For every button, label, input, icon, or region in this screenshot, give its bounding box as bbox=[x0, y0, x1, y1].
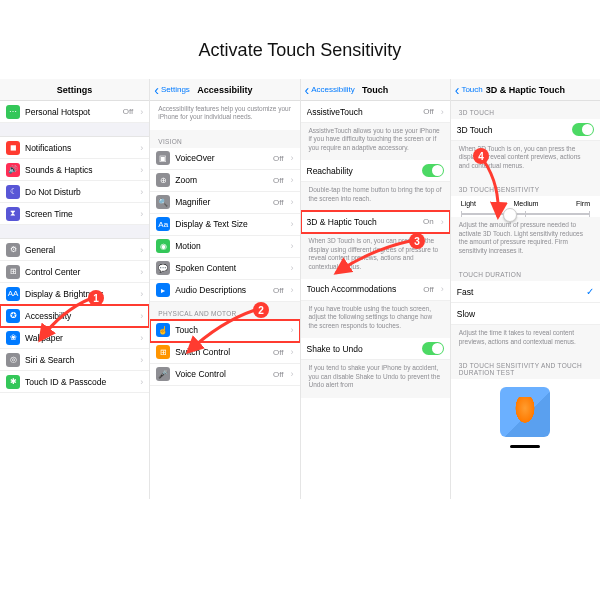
header-touch: Accessibility Touch bbox=[301, 79, 450, 101]
chevron-icon: › bbox=[140, 107, 143, 117]
row-description: AssistiveTouch allows you to use your iP… bbox=[301, 123, 450, 160]
settings-row[interactable]: ⊞ Switch Control Off › bbox=[150, 342, 299, 364]
row-value: Off bbox=[273, 198, 284, 207]
header-title: Settings bbox=[57, 85, 93, 95]
row-icon: ⊕ bbox=[156, 173, 170, 187]
row-label: Notifications bbox=[25, 143, 135, 153]
toggle[interactable] bbox=[422, 164, 444, 177]
chevron-icon: › bbox=[140, 245, 143, 255]
row-icon: 🎤 bbox=[156, 367, 170, 381]
callout-2: 2 bbox=[253, 302, 269, 318]
row-label: Shake to Undo bbox=[307, 344, 417, 354]
touch-row[interactable]: Shake to Undo bbox=[301, 338, 450, 360]
touch-row[interactable]: 3D & Haptic TouchOn› bbox=[301, 211, 450, 233]
row-label: Touch bbox=[175, 325, 285, 335]
row-icon: ◼ bbox=[6, 141, 20, 155]
panels-container: Settings ⋯ Personal Hotspot Off › ◼ Noti… bbox=[0, 79, 600, 499]
settings-row[interactable]: ◉ Motion › bbox=[150, 236, 299, 258]
back-button[interactable]: Settings bbox=[154, 85, 190, 94]
section-vision: VISION bbox=[150, 130, 299, 148]
row-icon: 🔍 bbox=[156, 195, 170, 209]
chevron-icon: › bbox=[140, 355, 143, 365]
row-icon: 🔊 bbox=[6, 163, 20, 177]
test-image[interactable] bbox=[500, 387, 550, 437]
callout-1: 1 bbox=[88, 290, 104, 306]
chevron-icon: › bbox=[291, 241, 294, 251]
settings-row[interactable]: Aa Display & Text Size › bbox=[150, 214, 299, 236]
row-icon: ⧗ bbox=[6, 207, 20, 221]
row-icon: ◉ bbox=[156, 239, 170, 253]
row-icon: Aa bbox=[156, 217, 170, 231]
settings-row[interactable]: 🔊 Sounds & Haptics › bbox=[0, 159, 149, 181]
duration-row[interactable]: Fast✓ bbox=[451, 281, 600, 303]
settings-row[interactable]: ⧗ Screen Time › bbox=[0, 203, 149, 225]
row-label: Zoom bbox=[175, 175, 268, 185]
touch-row[interactable]: Touch AccommodationsOff› bbox=[301, 279, 450, 301]
row-label: Motion bbox=[175, 241, 285, 251]
toggle-3d-touch[interactable] bbox=[572, 123, 594, 136]
sensitivity-labels: Light Medium Firm bbox=[451, 196, 600, 207]
row-label: Slow bbox=[457, 309, 594, 319]
row-value: Off bbox=[273, 348, 284, 357]
chevron-icon: › bbox=[140, 267, 143, 277]
row-label: Display & Text Size bbox=[175, 219, 285, 229]
row-icon: ❀ bbox=[6, 331, 20, 345]
settings-row[interactable]: AA Display & Brightness › bbox=[0, 283, 149, 305]
settings-row[interactable]: 🔍 Magnifier Off › bbox=[150, 192, 299, 214]
row-label: Siri & Search bbox=[25, 355, 135, 365]
row-3d-touch[interactable]: 3D Touch bbox=[451, 119, 600, 141]
row-icon: 💬 bbox=[156, 261, 170, 275]
row-label: AssistiveTouch bbox=[307, 107, 419, 117]
row-icon: ⚙ bbox=[6, 243, 20, 257]
chevron-icon: › bbox=[291, 175, 294, 185]
desc-sens: Adjust the amount of pressure needed to … bbox=[451, 217, 600, 263]
sensitivity-slider[interactable] bbox=[461, 213, 590, 215]
settings-row[interactable]: ⚙ General › bbox=[0, 239, 149, 261]
row-icon: ☝ bbox=[156, 323, 170, 337]
touch-row[interactable]: AssistiveTouchOff› bbox=[301, 101, 450, 123]
touch-row[interactable]: Reachability bbox=[301, 160, 450, 182]
section-duration: TOUCH DURATION bbox=[451, 263, 600, 281]
row-label: Fast bbox=[457, 287, 581, 297]
row-label: Personal Hotspot bbox=[25, 107, 118, 117]
settings-row[interactable]: ☾ Do Not Disturb › bbox=[0, 181, 149, 203]
row-value: On bbox=[423, 217, 434, 226]
header-title: Accessibility bbox=[197, 85, 252, 95]
callout-4: 4 bbox=[473, 148, 489, 164]
chevron-icon: › bbox=[140, 311, 143, 321]
toggle[interactable] bbox=[422, 342, 444, 355]
settings-row[interactable]: 🎤 Voice Control Off › bbox=[150, 364, 299, 386]
row-label: 3D & Haptic Touch bbox=[307, 217, 419, 227]
checkmark-icon: ✓ bbox=[586, 286, 594, 297]
settings-row[interactable]: ✪ Accessibility › bbox=[0, 305, 149, 327]
settings-row[interactable]: ⊞ Control Center › bbox=[0, 261, 149, 283]
row-label: Switch Control bbox=[175, 347, 268, 357]
row-label: 3D Touch bbox=[457, 125, 567, 135]
back-button[interactable]: Accessibility bbox=[305, 85, 355, 94]
row-value: Off bbox=[423, 285, 434, 294]
chevron-icon: › bbox=[140, 289, 143, 299]
page-title: Activate Touch Sensitivity bbox=[0, 0, 600, 79]
settings-row[interactable]: ❀ Wallpaper › bbox=[0, 327, 149, 349]
settings-row[interactable]: ◼ Notifications › bbox=[0, 137, 149, 159]
chevron-icon: › bbox=[140, 165, 143, 175]
settings-row[interactable]: ▣ VoiceOver Off › bbox=[150, 148, 299, 170]
settings-row[interactable]: 💬 Spoken Content › bbox=[150, 258, 299, 280]
settings-row[interactable]: ☝ Touch › bbox=[150, 320, 299, 342]
row-label: Do Not Disturb bbox=[25, 187, 135, 197]
row-description: When 3D Touch is on, you can press on th… bbox=[301, 233, 450, 279]
back-button[interactable]: Touch bbox=[455, 85, 483, 94]
settings-row[interactable]: ✱ Touch ID & Passcode › bbox=[0, 371, 149, 393]
settings-row[interactable]: ▸ Audio Descriptions Off › bbox=[150, 280, 299, 302]
sens-light: Light bbox=[461, 200, 476, 207]
chevron-icon: › bbox=[291, 285, 294, 295]
row-icon: ✪ bbox=[6, 309, 20, 323]
row-value: Off bbox=[423, 107, 434, 116]
duration-row[interactable]: Slow bbox=[451, 303, 600, 325]
row-label: Display & Brightness bbox=[25, 289, 135, 299]
settings-row[interactable]: ⋯ Personal Hotspot Off › bbox=[0, 101, 149, 123]
row-label: Touch ID & Passcode bbox=[25, 377, 135, 387]
settings-row[interactable]: ⊕ Zoom Off › bbox=[150, 170, 299, 192]
settings-row[interactable]: ◎ Siri & Search › bbox=[0, 349, 149, 371]
callout-3: 3 bbox=[409, 233, 425, 249]
